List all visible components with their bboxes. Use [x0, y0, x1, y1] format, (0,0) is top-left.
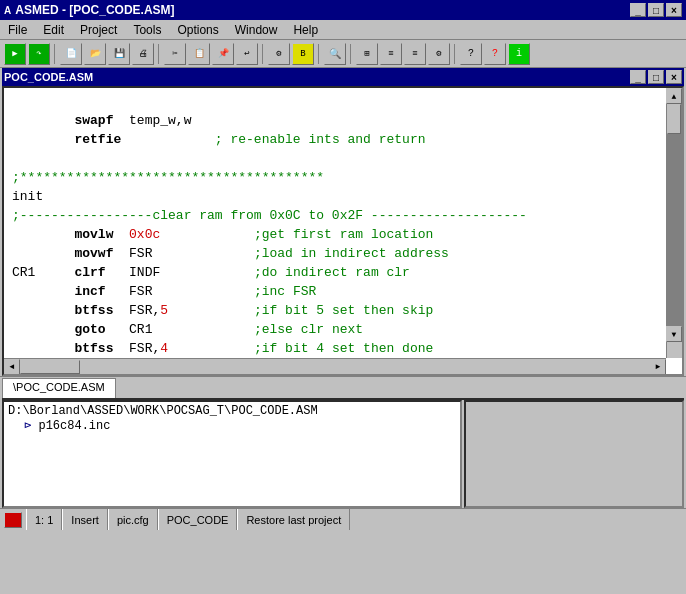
menu-help[interactable]: Help — [285, 21, 326, 39]
code-line-8: movwf FSR ;load in indirect address — [12, 246, 449, 261]
separator-2 — [158, 44, 160, 64]
step-button[interactable]: ↷ — [28, 43, 50, 65]
inner-close-button[interactable]: × — [666, 70, 682, 84]
separator-6 — [454, 44, 456, 64]
undo-button[interactable]: ↩ — [236, 43, 258, 65]
status-project: POC_CODE — [158, 509, 238, 530]
separator-3 — [262, 44, 264, 64]
scrollbar-vertical[interactable]: ▲ ▼ — [666, 88, 682, 358]
separator-1 — [54, 44, 56, 64]
menu-project[interactable]: Project — [72, 21, 125, 39]
editor-scroll: swapf temp_w,w retfie ; re-enable ints a… — [4, 88, 682, 374]
print-button[interactable]: 🖨 — [132, 43, 154, 65]
new-button[interactable]: 📄 — [60, 43, 82, 65]
tool4-button[interactable]: ⚙ — [428, 43, 450, 65]
inner-maximize-button[interactable]: □ — [648, 70, 664, 84]
tab-bar: \POC_CODE.ASM — [0, 376, 686, 398]
separator-4 — [318, 44, 320, 64]
copy-button[interactable]: 📋 — [188, 43, 210, 65]
menu-window[interactable]: Window — [227, 21, 286, 39]
scroll-track-horizontal[interactable] — [20, 359, 650, 375]
inner-title-bar: POC_CODE.ASM _ □ × — [2, 68, 684, 86]
tab-poc-code[interactable]: \POC_CODE.ASM — [2, 378, 116, 398]
scroll-track-vertical[interactable] — [666, 104, 682, 326]
menu-file[interactable]: File — [0, 21, 35, 39]
menu-options[interactable]: Options — [169, 21, 226, 39]
code-content: swapf temp_w,w retfie ; re-enable ints a… — [4, 88, 682, 374]
separator-5 — [350, 44, 352, 64]
tool2-button[interactable]: ≡ — [380, 43, 402, 65]
title-bar: A ASMED - [POC_CODE.ASM] _ □ × — [0, 0, 686, 20]
app-icon: A — [4, 5, 11, 16]
help1-button[interactable]: ? — [460, 43, 482, 65]
status-bar: 1: 1 Insert pic.cfg POC_CODE Restore las… — [0, 508, 686, 530]
tool3-button[interactable]: ≡ — [404, 43, 426, 65]
status-action[interactable]: Restore last project — [237, 509, 350, 530]
file-path: D:\Borland\ASSED\WORK\POCSAG_T\POC_CODE.… — [8, 404, 456, 418]
status-mode: Insert — [62, 509, 108, 530]
code-line-9: CR1 clrf INDF ;do indirect ram clr — [12, 265, 410, 280]
scroll-down-button[interactable]: ▼ — [666, 326, 682, 342]
code-line-10: incf FSR ;inc FSR — [12, 284, 316, 299]
toolbar: ▶ ↷ 📄 📂 💾 🖨 ✂ 📋 📌 ↩ ⚙ B 🔍 ⊞ ≡ ≡ ⚙ ? ? i — [0, 40, 686, 68]
code-line-11: btfss FSR,5 ;if bit 5 set then skip — [12, 303, 433, 318]
editor-area[interactable]: swapf temp_w,w retfie ; re-enable ints a… — [2, 86, 684, 376]
inner-title: POC_CODE.ASM — [4, 71, 93, 83]
scroll-left-button[interactable]: ◄ — [4, 359, 20, 375]
error-indicator — [4, 512, 22, 528]
code-line-12: goto CR1 ;else clr next — [12, 322, 363, 337]
code-line-4: ;*************************************** — [12, 170, 324, 185]
minimize-button[interactable]: _ — [630, 3, 646, 17]
search-button[interactable]: 🔍 — [324, 43, 346, 65]
status-config: pic.cfg — [108, 509, 158, 530]
inner-title-controls[interactable]: _ □ × — [630, 70, 682, 84]
scroll-thumb-vertical[interactable] — [667, 104, 681, 134]
help2-button[interactable]: ? — [484, 43, 506, 65]
app-title: ASMED - [POC_CODE.ASM] — [15, 3, 174, 17]
code-line-1: swapf temp_w,w — [12, 113, 191, 128]
scrollbar-horizontal[interactable]: ◄ ► — [4, 358, 666, 374]
file-panel: D:\Borland\ASSED\WORK\POCSAG_T\POC_CODE.… — [2, 400, 462, 508]
code-line-7: movlw 0x0c ;get first ram location — [12, 227, 433, 242]
scroll-up-button[interactable]: ▲ — [666, 88, 682, 104]
menu-edit[interactable]: Edit — [35, 21, 72, 39]
right-panel — [464, 400, 684, 508]
tool1-button[interactable]: ⊞ — [356, 43, 378, 65]
maximize-button[interactable]: □ — [648, 3, 664, 17]
bottom-area: D:\Borland\ASSED\WORK\POCSAG_T\POC_CODE.… — [2, 398, 684, 508]
close-button[interactable]: × — [666, 3, 682, 17]
build-button[interactable]: B — [292, 43, 314, 65]
code-line-13: btfss FSR,4 ;if bit 4 set then done — [12, 341, 433, 356]
scroll-thumb-horizontal[interactable] — [20, 360, 80, 374]
paste-button[interactable]: 📌 — [212, 43, 234, 65]
code-line-6: ;-----------------clear ram from 0x0C to… — [12, 208, 527, 223]
cut-button[interactable]: ✂ — [164, 43, 186, 65]
save-button[interactable]: 💾 — [108, 43, 130, 65]
status-position: 1: 1 — [26, 509, 62, 530]
menu-bar: File Edit Project Tools Options Window H… — [0, 20, 686, 40]
compile-button[interactable]: ⚙ — [268, 43, 290, 65]
menu-tools[interactable]: Tools — [125, 21, 169, 39]
code-line-5: init — [12, 189, 43, 204]
open-button[interactable]: 📂 — [84, 43, 106, 65]
inner-minimize-button[interactable]: _ — [630, 70, 646, 84]
scroll-right-button[interactable]: ► — [650, 359, 666, 375]
title-bar-left: A ASMED - [POC_CODE.ASM] — [4, 3, 175, 17]
title-bar-controls[interactable]: _ □ × — [630, 3, 682, 17]
info-button[interactable]: i — [508, 43, 530, 65]
include-file: ⊳ p16c84.inc — [8, 418, 456, 433]
code-line-2: retfie ; re-enable ints and return — [12, 132, 426, 147]
run-button[interactable]: ▶ — [4, 43, 26, 65]
